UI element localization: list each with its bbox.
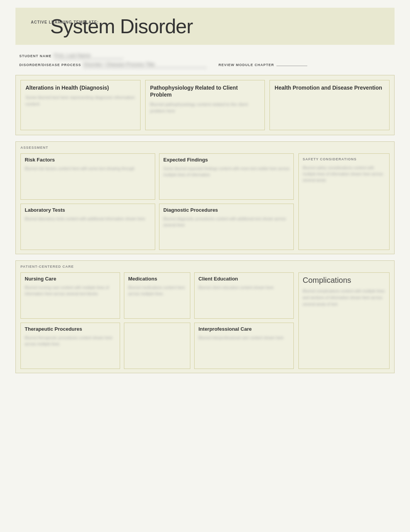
patient-centered-header: PATIENT-CENTERED CARE (20, 265, 390, 269)
medications-title: Medications (128, 276, 186, 282)
nursing-care-title: Nursing Care (25, 276, 116, 282)
pathophysiology-card: Pathophysiology Related to Client Proble… (145, 80, 265, 130)
template-label: ACTIVE LEARNING TEMPLATE: (31, 20, 99, 24)
complications-content: Blurred complications content with multi… (303, 288, 385, 308)
patient-layout: Nursing Care Blurred nursing care conten… (20, 272, 390, 369)
review-group: REVIEW MODULE CHAPTER (219, 63, 307, 67)
laboratory-tests-card: Laboratory Tests Blurred laboratory test… (20, 204, 155, 250)
nursing-care-content: Blurred nursing care content with multip… (25, 285, 116, 297)
patient-grid-top: Nursing Care Blurred nursing care conten… (20, 272, 294, 319)
review-label: REVIEW MODULE CHAPTER (219, 63, 274, 67)
review-value (276, 65, 307, 66)
student-name-value: First, Last Name (54, 53, 124, 59)
safety-content: Blurred safety considerations content wi… (303, 165, 385, 184)
interprofessional-care-card: Interprofessional Care Blurred interprof… (194, 323, 294, 369)
medications-card: Medications Blurred medications content … (124, 272, 190, 319)
diagnostic-procedures-card: Diagnostic Procedures Blurred diagnostic… (159, 204, 294, 250)
risk-factors-content: Blurred risk factors content here with s… (25, 166, 151, 172)
therapeutic-procedures-content: Blurred therapeutic procedures content s… (25, 335, 116, 347)
pathophysiology-title: Pathophysiology Related to Client Proble… (150, 84, 260, 98)
expected-findings-content: Some blurred expected findings content w… (163, 166, 290, 178)
medications-content: Blurred medications content here across … (128, 285, 186, 297)
complications-card: Complications Blurred complications cont… (298, 272, 390, 369)
empty-card (124, 323, 190, 369)
student-name-row: STUDENT NAME First, Last Name (15, 53, 395, 59)
nursing-care-card: Nursing Care Blurred nursing care conten… (20, 272, 120, 319)
alterations-title: Alterations in Health (Diagnosis) (25, 84, 136, 91)
diagnostic-procedures-content: Blurred diagnostic procedures content wi… (163, 216, 290, 228)
safety-card: SAFETY CONSIDERATIONS Blurred safety con… (298, 153, 390, 250)
risk-factors-title: Risk Factors (25, 157, 151, 163)
patient-centered-section: PATIENT-CENTERED CARE Nursing Care Blurr… (15, 260, 395, 373)
disorder-label: DISORDER/DISEASE PROCESS (19, 63, 81, 67)
top-section: Alterations in Health (Diagnosis) Some b… (15, 75, 395, 135)
assessment-section: ASSESSMENT Risk Factors Blurred risk fac… (15, 141, 395, 254)
page-title: System Disorder (50, 15, 193, 37)
expected-findings-title: Expected Findings (163, 157, 290, 163)
expected-findings-card: Expected Findings Some blurred expected … (159, 153, 294, 200)
disorder-row: DISORDER/DISEASE PROCESS Disorder / Dise… (15, 61, 395, 68)
therapeutic-procedures-card: Therapeutic Procedures Blurred therapeut… (20, 323, 120, 369)
page: ACTIVE LEARNING TEMPLATE: System Disorde… (0, 0, 410, 532)
therapeutic-procedures-title: Therapeutic Procedures (25, 326, 116, 332)
client-education-content: Blurred client education content shown h… (198, 285, 290, 291)
disorder-group: DISORDER/DISEASE PROCESS Disorder / Dise… (19, 61, 207, 68)
assessment-layout: Risk Factors Blurred risk factors conten… (20, 153, 390, 250)
diagnostic-procedures-title: Diagnostic Procedures (163, 207, 290, 213)
interprofessional-care-content: Blurred interprofessional care content s… (198, 335, 290, 341)
risk-factors-card: Risk Factors Blurred risk factors conten… (20, 153, 155, 200)
complications-title: Complications (303, 276, 385, 285)
pathophysiology-content: Blurred pathophysiology content related … (150, 101, 260, 114)
safety-title: SAFETY CONSIDERATIONS (303, 157, 385, 162)
patient-grid-bottom: Therapeutic Procedures Blurred therapeut… (20, 323, 294, 369)
disorder-value: Disorder / Disease Process Title (83, 61, 207, 68)
client-education-card: Client Education Blurred client educatio… (194, 272, 294, 319)
alterations-content: Some blurred text here representing diag… (25, 94, 136, 107)
interprofessional-care-title: Interprofessional Care (198, 326, 290, 332)
health-promotion-title: Health Promotion and Disease Prevention (274, 84, 385, 91)
client-education-title: Client Education (198, 276, 290, 282)
laboratory-tests-title: Laboratory Tests (25, 207, 151, 213)
patient-main: Nursing Care Blurred nursing care conten… (20, 272, 294, 369)
assessment-main: Risk Factors Blurred risk factors conten… (20, 153, 294, 250)
assessment-grid: Risk Factors Blurred risk factors conten… (20, 153, 294, 250)
laboratory-tests-content: Blurred laboratory tests content with ad… (25, 216, 151, 222)
health-promotion-card: Health Promotion and Disease Prevention (269, 80, 390, 130)
assessment-header: ASSESSMENT (20, 146, 390, 150)
header: ACTIVE LEARNING TEMPLATE: System Disorde… (15, 8, 395, 45)
student-name-label: STUDENT NAME (19, 54, 52, 58)
alterations-card: Alterations in Health (Diagnosis) Some b… (20, 80, 141, 130)
student-name-group: STUDENT NAME First, Last Name (19, 53, 124, 59)
